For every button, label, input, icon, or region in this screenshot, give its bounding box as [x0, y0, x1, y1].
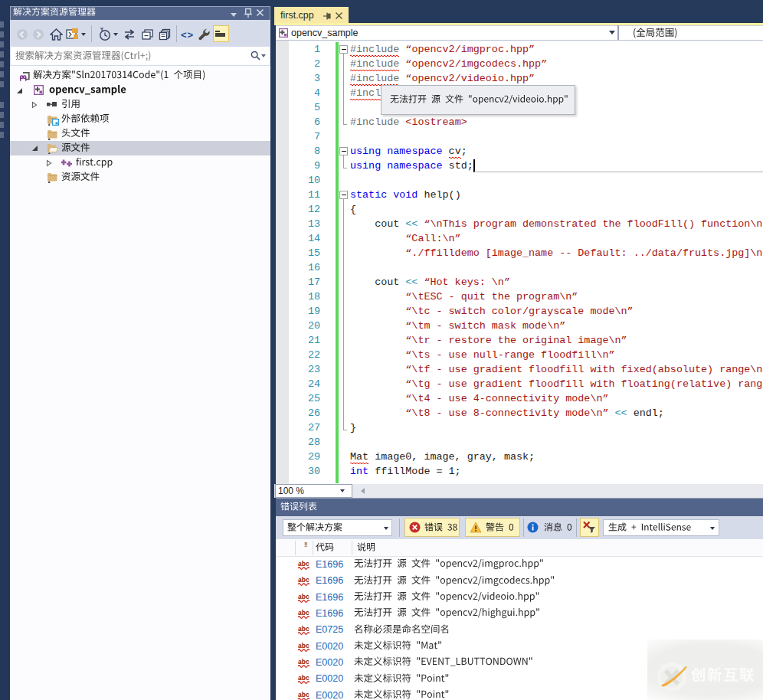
svg-text:abc: abc — [298, 561, 309, 568]
svg-text:abc: abc — [298, 577, 309, 584]
svg-text:abc: abc — [298, 626, 309, 633]
svg-text:abc: abc — [298, 610, 309, 617]
svg-text:abc: abc — [298, 643, 309, 649]
svg-text:abc: abc — [298, 659, 309, 666]
svg-text:abc: abc — [298, 692, 309, 698]
svg-text:abc: abc — [298, 594, 309, 600]
svg-text:abc: abc — [298, 675, 309, 682]
